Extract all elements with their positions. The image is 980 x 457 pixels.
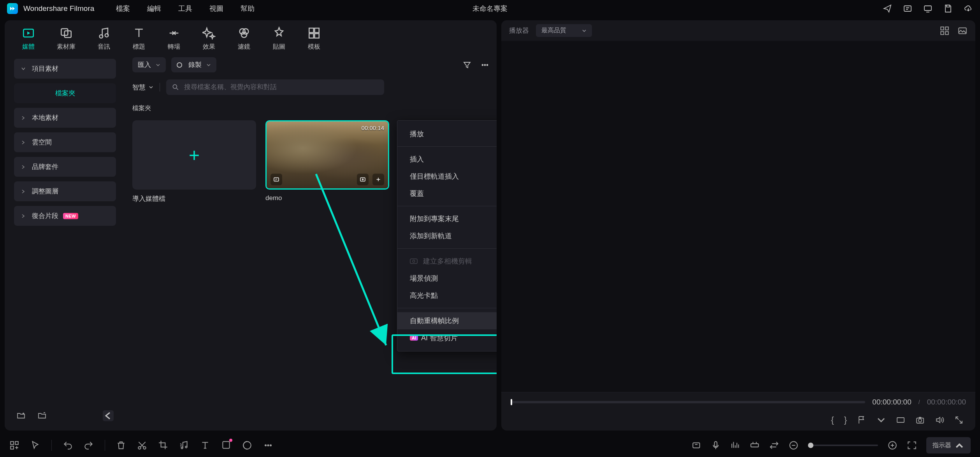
collapse-sidebar-button[interactable] — [103, 410, 114, 421]
sidebar-item-local[interactable]: 本地素材 — [14, 108, 116, 128]
display-icon[interactable] — [923, 4, 933, 13]
tab-effect[interactable]: 效果 — [202, 26, 216, 51]
expand-icon[interactable] — [954, 415, 964, 425]
tab-filter[interactable]: 濾鏡 — [237, 26, 251, 51]
scrub-handle[interactable] — [511, 399, 512, 405]
ctx-insert[interactable]: 插入 Shift+I — [397, 151, 497, 168]
menu-view[interactable]: 視圖 — [209, 4, 223, 13]
delete-icon[interactable] — [116, 440, 126, 450]
grid-view-icon[interactable] — [940, 26, 950, 36]
speed-icon[interactable] — [179, 440, 189, 450]
volume-icon[interactable] — [935, 415, 944, 425]
svg-point-22 — [362, 179, 364, 180]
ctx-play[interactable]: 播放 — [397, 125, 497, 142]
search-input[interactable] — [184, 83, 379, 91]
save-icon[interactable] — [943, 4, 953, 13]
tab-template[interactable]: 模板 — [307, 26, 321, 51]
select-tool-icon[interactable] — [30, 440, 40, 450]
swap-icon[interactable] — [769, 440, 779, 450]
ctx-insert-target[interactable]: 僅目標軌道插入 — [397, 168, 497, 185]
ctx-ai-cut[interactable]: AI AI 智慧切片 — [397, 329, 497, 346]
tab-media[interactable]: 媒體 — [22, 26, 35, 51]
menu-help[interactable]: 幫助 — [241, 4, 255, 13]
more-tools-icon[interactable] — [263, 440, 273, 450]
zoom-handle[interactable] — [808, 443, 813, 448]
mic-icon[interactable] — [711, 440, 721, 450]
sidebar-item-compound[interactable]: 復合片段 NEW — [14, 206, 116, 226]
svg-point-25 — [413, 260, 415, 262]
svg-point-33 — [919, 419, 922, 422]
preview-panel: 播放器 最高品質 00:00:00:00 / 00:00:00:00 { } — [501, 20, 975, 431]
folder-remove-icon[interactable] — [37, 411, 47, 420]
sidebar-item-brand[interactable]: 品牌套件 — [14, 157, 116, 177]
add-element-icon[interactable] — [9, 440, 19, 450]
undo-icon[interactable] — [63, 440, 73, 450]
titlebar: Wondershare Filmora 檔案 編輯 工具 視圖 幫助 未命名專案 — [0, 0, 980, 17]
ctx-auto-reframe[interactable]: 自動重構幀比例 — [397, 312, 497, 329]
proxy-icon[interactable]: P — [270, 174, 282, 185]
menu-tools[interactable]: 工具 — [178, 4, 192, 13]
mark-out-icon[interactable]: } — [844, 415, 847, 425]
cloud-download-icon[interactable] — [964, 4, 973, 13]
sidebar-item-project-media[interactable]: 項目素材 — [14, 59, 116, 79]
smart-search-dropdown[interactable]: 智慧 — [132, 83, 153, 92]
ctx-scene-detect[interactable]: 場景偵測 — [397, 270, 497, 287]
zoom-slider[interactable] — [808, 445, 878, 446]
image-icon[interactable] — [957, 26, 968, 36]
quality-dropdown[interactable]: 最高品質 — [536, 24, 592, 37]
cut-icon[interactable] — [137, 440, 147, 450]
preview-scrubber[interactable] — [511, 401, 865, 403]
tab-stock[interactable]: 素材庫 — [57, 26, 76, 51]
record-dropdown[interactable]: 錄製 — [171, 57, 216, 72]
indicator-button[interactable]: 指示器 — [926, 437, 971, 453]
send-icon[interactable] — [883, 4, 892, 13]
svg-rect-30 — [959, 28, 966, 33]
import-media-tile[interactable]: + — [132, 120, 256, 190]
svg-point-40 — [185, 446, 187, 448]
ctx-highlight[interactable]: 高光卡點 — [397, 287, 497, 304]
tab-audio[interactable]: 音訊 — [97, 26, 111, 51]
more-icon[interactable] — [480, 60, 490, 70]
ratio-icon[interactable] — [896, 415, 905, 425]
audio-mix-icon[interactable] — [730, 440, 740, 450]
mark-in-icon[interactable]: { — [831, 415, 834, 425]
color-icon[interactable] — [242, 440, 252, 450]
crop-icon[interactable] — [158, 440, 168, 450]
search-box[interactable] — [166, 79, 384, 95]
folder-add-icon[interactable] — [16, 411, 26, 420]
ctx-newtrack[interactable]: 添加到新軌道 — [397, 227, 497, 244]
sidebar-item-folder[interactable]: 檔案夾 — [14, 83, 116, 103]
clip-name: demo — [265, 194, 389, 202]
redo-icon[interactable] — [84, 440, 94, 450]
menu-edit[interactable]: 編輯 — [147, 4, 161, 13]
chevron-down-icon[interactable] — [876, 415, 886, 425]
track-settings-icon[interactable] — [750, 440, 760, 450]
clip-mode-icon[interactable] — [357, 174, 369, 185]
add-clip-icon[interactable] — [372, 174, 384, 185]
fit-timeline-icon[interactable] — [907, 440, 917, 450]
text-tool-icon[interactable] — [200, 440, 210, 450]
sidebar-item-adjust[interactable]: 調整圖層 — [14, 181, 116, 201]
zoom-out-icon[interactable] — [789, 440, 799, 450]
sidebar-item-label: 調整圖層 — [32, 187, 58, 196]
tab-sticker[interactable]: 貼圖 — [272, 26, 286, 51]
message-icon[interactable] — [903, 4, 912, 13]
snapshot-icon[interactable] — [915, 415, 925, 425]
ctx-append[interactable]: 附加到專案末尾 — [397, 210, 497, 227]
marker-tool-icon[interactable] — [691, 440, 701, 450]
import-dropdown[interactable]: 匯入 — [132, 57, 166, 72]
preview-viewport[interactable] — [501, 41, 975, 392]
sidebar-item-cloud[interactable]: 雲空間 — [14, 132, 116, 152]
chevron-up-icon — [954, 440, 964, 450]
tab-transition[interactable]: 轉場 — [167, 26, 181, 51]
sidebar-item-label: 項目素材 — [32, 64, 58, 73]
ctx-overwrite[interactable]: 覆蓋 Shift+O — [397, 185, 497, 202]
search-icon — [172, 83, 179, 91]
filter-icon[interactable] — [462, 60, 472, 70]
menu-file[interactable]: 檔案 — [116, 4, 130, 13]
flag-dropdown-icon[interactable] — [857, 415, 866, 425]
zoom-in-icon[interactable] — [887, 440, 897, 450]
media-clip-demo[interactable]: 00:00:14 P — [265, 120, 389, 190]
svg-rect-41 — [223, 441, 229, 448]
tab-title[interactable]: 標題 — [132, 26, 146, 51]
